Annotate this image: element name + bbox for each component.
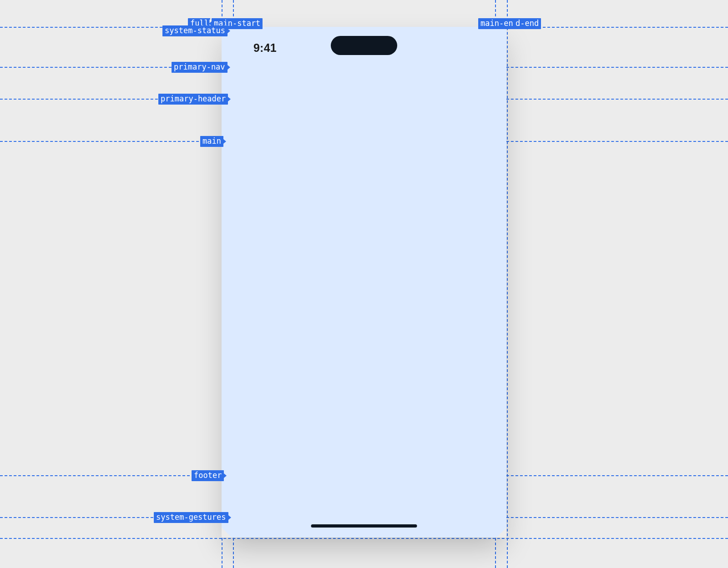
corner-cut-bl (222, 528, 232, 538)
label-primary-header: primary-header (158, 94, 228, 105)
guide-fullbleed-end (507, 0, 508, 568)
home-indicator[interactable] (311, 524, 417, 528)
label-primary-nav: primary-nav (172, 62, 228, 73)
label-fullbleed-end-visible: d-end (513, 18, 541, 29)
label-main: main (200, 136, 223, 147)
label-system-gestures: system-gestures (154, 512, 228, 523)
corner-cut-br (496, 528, 506, 538)
status-time: 9:41 (253, 41, 277, 55)
guide-bottom (0, 538, 728, 539)
dynamic-island (331, 36, 397, 55)
label-footer: footer (192, 470, 224, 481)
device-frame: 9:41 (222, 27, 506, 538)
label-system-status: system-status (162, 25, 228, 36)
